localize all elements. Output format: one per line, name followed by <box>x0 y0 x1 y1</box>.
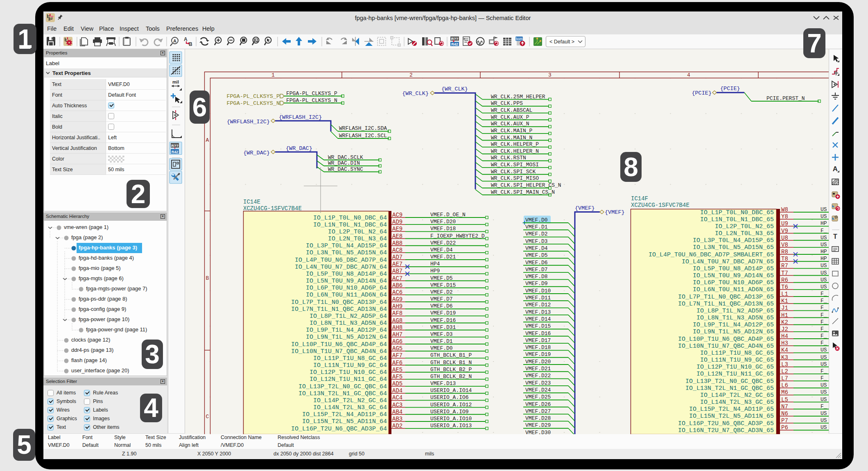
svg-text:FPGA-PL_CLKSYS_N: FPGA-PL_CLKSYS_N <box>286 97 337 104</box>
svg-text:IO_L9N_T1L_N5_AD12N_65: IO_L9N_T1L_N5_AD12N_65 <box>693 328 774 335</box>
svg-text:FPGA-PL_CLKSYS_N: FPGA-PL_CLKSYS_N <box>226 100 280 106</box>
svg-text:WR_CLK.RSTN: WR_CLK.RSTN <box>491 155 526 161</box>
svg-text:IO_L10N_T1U_N7_QBC_AD4N_64: IO_L10N_T1U_N7_QBC_AD4N_64 <box>291 348 387 355</box>
svg-text:T: T <box>833 233 837 240</box>
svg-text:{WR_CLK}: {WR_CLK} <box>402 91 429 97</box>
svg-text:IO_L6N_T0U_N11_AD6N_64: IO_L6N_T0U_N11_AD6N_64 <box>306 292 387 299</box>
svg-text:{WR_DAC}: {WR_DAC} <box>286 145 312 152</box>
svg-text:VMEF.D20: VMEF.D20 <box>430 219 456 225</box>
svg-text:WRFLASH_I2C.SCL: WRFLASH_I2C.SCL <box>339 133 387 139</box>
svg-text:IO_L11N_T1U_N9_GC_64: IO_L11N_T1U_N9_GC_64 <box>313 362 387 369</box>
svg-text:GTH_BCLK_B2_P: GTH_BCLK_B2_P <box>430 367 472 373</box>
svg-text:IO_L7N_T1L_N1_QBC_AD13N_65: IO_L7N_T1L_N1_QBC_AD13N_65 <box>678 301 774 308</box>
svg-text:AG6: AG6 <box>392 338 402 345</box>
svg-text:VMEF.D4: VMEF.D4 <box>525 245 548 251</box>
svg-text:WR_DAC.SYNC: WR_DAC.SYNC <box>328 166 363 172</box>
svg-text:AG9: AG9 <box>392 296 402 303</box>
svg-text:AH9: AH9 <box>392 303 402 310</box>
svg-text:A: A <box>184 36 188 42</box>
svg-text:IO_L12N_T1U_N11_GC_65: IO_L12N_T1U_N11_GC_65 <box>696 371 774 378</box>
svg-text:WR_CLK.HELPER_P: WR_CLK.HELPER_P <box>491 141 539 147</box>
svg-text:HP4: HP4 <box>430 261 440 267</box>
svg-text:IO_L10P_T1U_N6_QBC_AD4P_64: IO_L10P_T1U_N6_QBC_AD4P_64 <box>291 341 387 348</box>
svg-text:WR_CLK.SPI_SCK: WR_CLK.SPI_SCK <box>491 169 536 175</box>
svg-text:VMEF.D16: VMEF.D16 <box>525 331 551 337</box>
svg-text:VMEF.D14: VMEF.D14 <box>525 316 551 322</box>
svg-text:WR_CLK.PPS: WR_CLK.PPS <box>491 100 523 106</box>
svg-text:F_: F_ <box>821 298 827 304</box>
svg-text:K1: K1 <box>781 298 788 304</box>
svg-text:HP: HP <box>821 220 827 226</box>
svg-text:AB6: AB6 <box>392 282 402 289</box>
svg-text:HP9: HP9 <box>430 268 440 274</box>
svg-text:AB3: AB3 <box>392 416 402 422</box>
svg-text:mil: mil <box>172 79 179 84</box>
svg-text:IO_L8P_T1L_N2_AD5P_64: IO_L8P_T1L_N2_AD5P_64 <box>310 313 387 320</box>
svg-text:U9: U9 <box>781 220 788 227</box>
svg-text:L1: L1 <box>781 291 788 297</box>
svg-text:WR_CLK.SPI_HELPER_CS_N: WR_CLK.SPI_HELPER_CS_N <box>491 182 561 188</box>
svg-text:F_: F_ <box>821 375 827 381</box>
svg-text:IO_L9P_T1L_N4_AD12P_64: IO_L9P_T1L_N4_AD12P_64 <box>306 327 387 334</box>
svg-text:IO_L12P_T1U_N10_GC_64: IO_L12P_T1U_N10_GC_64 <box>310 369 387 376</box>
svg-text:WR_CLK.SPI_MAIN_CS_N: WR_CLK.SPI_MAIN_CS_N <box>491 189 555 195</box>
svg-text:IO_L6P_T0U_N10_AD6P_64: IO_L6P_T0U_N10_AD6P_64 <box>306 285 387 292</box>
svg-text:USERIO_A.IO6: USERIO_A.IO6 <box>430 394 469 401</box>
svg-text:VMEF.D26: VMEF.D26 <box>525 401 551 408</box>
svg-text:AD9: AD9 <box>392 219 402 225</box>
svg-text:B: B <box>206 275 209 281</box>
svg-text:bom: bom <box>516 37 523 41</box>
svg-text:IO_L10N_T1U_N7_QBC_AD4N_65: IO_L10N_T1U_N7_QBC_AD4N_65 <box>678 343 774 350</box>
svg-text:WR_CLK.ABSCAL: WR_CLK.ABSCAL <box>491 107 532 113</box>
svg-text:VMEF.D7: VMEF.D7 <box>430 296 453 302</box>
svg-text:WR_DAC.DIN: WR_DAC.DIN <box>328 160 360 166</box>
svg-text:{VMEF}: {VMEF} <box>605 209 625 215</box>
svg-text:R42: R42 <box>172 150 179 154</box>
svg-text:IO_L7N_T1L_N1_QBC_AD13N_64: IO_L7N_T1L_N1_QBC_AD13N_64 <box>291 306 387 313</box>
svg-text:VMEF.D25: VMEF.D25 <box>525 394 551 400</box>
svg-text:US: US <box>821 235 827 241</box>
svg-text:F_: F_ <box>821 368 827 374</box>
svg-text:US: US <box>821 242 827 248</box>
svg-text:IO_L9N_T1L_N5_AD12N_64: IO_L9N_T1L_N5_AD12N_64 <box>306 334 387 341</box>
svg-text:US: US <box>821 270 827 276</box>
svg-text:HP: HP <box>821 249 827 255</box>
svg-text:US: US <box>821 347 827 353</box>
svg-text:IO_L14N_T2L_N3_GC_64: IO_L14N_T2L_N3_GC_64 <box>313 404 387 411</box>
svg-text:AF7: AF7 <box>392 352 402 359</box>
svg-text:US: US <box>821 277 827 283</box>
svg-text:IO_L7P_T1L_N0_QBC_AD13P_64: IO_L7P_T1L_N0_QBC_AD13P_64 <box>291 299 387 306</box>
svg-text:IC14E: IC14E <box>243 199 260 205</box>
svg-text:IO_L7P_T1L_N0_QBC_AD13P_65: IO_L7P_T1L_N0_QBC_AD13P_65 <box>678 294 774 301</box>
svg-text:F_: F_ <box>821 333 827 339</box>
svg-text:IO_L15P_T2L_N4_AD11P_64: IO_L15P_T2L_N4_AD11P_64 <box>302 411 387 418</box>
svg-text:VMEF.D13: VMEF.D13 <box>525 309 551 315</box>
svg-text:IO_L2P_T0L_N2_64: IO_L2P_T0L_N2_64 <box>328 229 387 236</box>
svg-text:XCZU4CG-1SFVC7B4E: XCZU4CG-1SFVC7B4E <box>243 205 302 212</box>
svg-text:P6: P6 <box>781 424 788 431</box>
svg-text:M6: M6 <box>781 389 788 396</box>
svg-text:C: C <box>206 414 209 420</box>
svg-text:VMEF.D28: VMEF.D28 <box>525 415 551 421</box>
svg-text:VMEF.D2: VMEF.D2 <box>430 289 453 295</box>
svg-text:US: US <box>821 284 827 290</box>
svg-text:IO_L16P_T2U_N6_QBC_AD3P_65: IO_L16P_T2U_N6_QBC_AD3P_65 <box>678 420 774 427</box>
svg-text:IO_L5N_T0U_N9_AD14N_64: IO_L5N_T0U_N9_AD14N_64 <box>306 278 387 285</box>
svg-text:VMEF.D15: VMEF.D15 <box>430 282 456 288</box>
svg-text:AB7: AB7 <box>392 268 402 274</box>
svg-text:N7: N7 <box>781 403 788 410</box>
svg-text:US: US <box>821 213 827 220</box>
svg-text:F_IOEXP_HWBYTE2_D: F_IOEXP_HWBYTE2_D <box>430 233 485 239</box>
svg-text:VMEF.D18: VMEF.D18 <box>525 344 551 351</box>
svg-text:VMEF.D27: VMEF.D27 <box>525 408 551 414</box>
svg-text:US: US <box>821 417 827 423</box>
svg-text:AB4: AB4 <box>392 409 402 415</box>
svg-text:{VMEF}: {VMEF} <box>575 205 595 211</box>
svg-text:AE7: AE7 <box>392 261 402 267</box>
svg-text:VMEF.D7: VMEF.D7 <box>525 267 548 273</box>
svg-text:AF8: AF8 <box>392 310 402 317</box>
svg-text:GTH_BCLK_B1_N: GTH_BCLK_B1_N <box>430 360 472 366</box>
svg-text:L2: L2 <box>781 368 788 375</box>
svg-text:VMEF.D21: VMEF.D21 <box>430 254 456 260</box>
svg-text:IO_L14P_T2L_N2_GC_64: IO_L14P_T2L_N2_GC_64 <box>313 397 387 404</box>
